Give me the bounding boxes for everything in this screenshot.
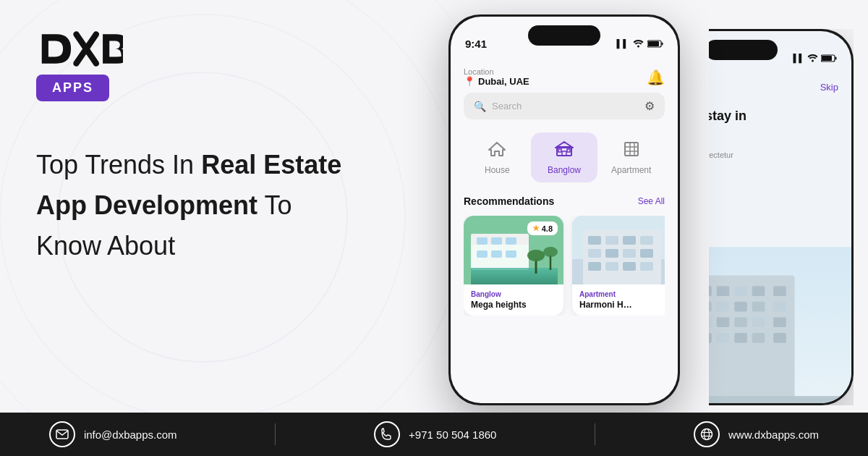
svg-rect-41 <box>558 149 561 152</box>
tab-apartment[interactable]: Apartment <box>597 132 665 182</box>
svg-rect-43 <box>625 143 638 156</box>
back-status-icons: ▌▌ <box>793 54 837 62</box>
card-type-1: Banglow <box>471 290 556 298</box>
svg-rect-30 <box>752 333 765 343</box>
property-card-2[interactable]: Apartment Harmoni H… <box>572 216 665 316</box>
svg-rect-42 <box>567 149 570 152</box>
card-name-2: Harmoni H… <box>579 300 665 310</box>
svg-rect-24 <box>734 317 747 327</box>
svg-rect-9 <box>822 56 832 61</box>
apartment-icon <box>622 140 641 161</box>
headline-line1: Top Trends In Real Estate <box>36 145 376 185</box>
svg-rect-75 <box>623 262 636 271</box>
headline-line3: Know About <box>36 226 376 266</box>
location-label: Location <box>464 67 529 76</box>
phone-icon-circle <box>374 421 400 447</box>
svg-rect-52 <box>491 237 502 245</box>
headline-line2: App Development To <box>36 185 376 226</box>
svg-rect-36 <box>648 41 659 46</box>
divider-1 <box>275 423 276 445</box>
svg-marker-37 <box>489 143 505 156</box>
card-info-2: Apartment Harmoni H… <box>572 284 665 316</box>
svg-rect-20 <box>752 302 765 312</box>
svg-rect-17 <box>699 302 712 312</box>
svg-rect-27 <box>699 333 712 343</box>
dxb-logo <box>36 29 123 69</box>
divider-2 <box>595 423 595 445</box>
svg-rect-65 <box>588 236 601 245</box>
logo-area: APPS <box>36 29 376 101</box>
phone-number: +971 50 504 1860 <box>409 428 496 441</box>
svg-rect-68 <box>640 236 653 245</box>
house-icon <box>488 140 506 161</box>
svg-rect-51 <box>477 237 488 245</box>
tab-banglow[interactable]: Banglow <box>531 132 598 182</box>
svg-point-61 <box>543 247 558 257</box>
svg-rect-76 <box>640 262 653 271</box>
back-dynamic-island <box>705 40 778 60</box>
filter-icon[interactable]: ⚙ <box>644 99 655 113</box>
svg-rect-53 <box>506 237 516 245</box>
card-info-1: Banglow Mega heights <box>464 284 563 316</box>
email-icon-circle <box>49 421 75 447</box>
svg-rect-67 <box>623 236 636 245</box>
banglow-icon <box>555 140 574 161</box>
contact-email: info@dxbapps.com <box>49 421 177 447</box>
svg-rect-21 <box>773 302 786 312</box>
property-card-1[interactable]: ★ 4.8 Banglow Mega heights <box>464 216 563 316</box>
location-value: 📍 Dubai, UAE <box>464 76 529 87</box>
rating-value-1: 4.8 <box>542 224 553 233</box>
left-section: APPS Top Trends In Real Estate App Devel… <box>0 0 412 413</box>
status-time: 9:41 <box>465 38 487 50</box>
svg-rect-14 <box>734 286 747 296</box>
bell-icon[interactable]: 🔔 <box>647 69 665 86</box>
rating-badge-1: ★ 4.8 <box>527 221 558 235</box>
property-cards: ★ 4.8 Banglow Mega heights <box>464 216 665 316</box>
apps-badge: APPS <box>36 75 109 101</box>
card-type-2: Apartment <box>579 290 665 298</box>
svg-rect-18 <box>717 302 730 312</box>
phones-area: ▌▌ Skip t place to stay ince 😊 olor sit … <box>376 0 868 413</box>
svg-rect-12 <box>699 286 712 296</box>
svg-rect-22 <box>699 317 712 327</box>
search-input[interactable]: Search <box>492 101 522 111</box>
svg-point-59 <box>527 250 545 261</box>
svg-rect-72 <box>640 249 653 258</box>
svg-rect-23 <box>717 317 730 327</box>
svg-rect-56 <box>506 250 516 258</box>
status-icons: ▌▌ <box>616 39 663 48</box>
svg-rect-66 <box>605 236 618 245</box>
svg-rect-28 <box>717 333 730 343</box>
location-city: Dubai, UAE <box>478 76 529 87</box>
svg-rect-73 <box>588 262 601 271</box>
svg-rect-16 <box>773 286 786 296</box>
tab-house-label: House <box>485 165 510 175</box>
svg-rect-35 <box>662 42 663 45</box>
search-icon: 🔍 <box>474 101 486 112</box>
category-tabs: House Banglow <box>464 132 665 182</box>
dynamic-island <box>528 25 600 46</box>
phone-front: 9:41 ▌▌ <box>448 14 680 405</box>
card-name-1: Mega heights <box>471 300 556 310</box>
see-all-button[interactable]: See All <box>638 196 665 206</box>
tab-house[interactable]: House <box>464 132 531 182</box>
recommendations-title: Recommendations <box>464 195 554 207</box>
headline: Top Trends In Real Estate App Developmen… <box>36 145 376 266</box>
svg-rect-54 <box>477 250 488 258</box>
svg-rect-70 <box>605 249 618 258</box>
property-image-2 <box>572 216 665 284</box>
contact-phone: +971 50 504 1860 <box>374 421 496 447</box>
email-address: info@dxbapps.com <box>84 428 177 441</box>
apartment-image <box>572 216 665 284</box>
star-icon: ★ <box>532 224 540 233</box>
svg-point-79 <box>705 429 710 440</box>
svg-rect-29 <box>734 333 747 343</box>
svg-point-33 <box>637 45 639 47</box>
recommendations-header: Recommendations See All <box>464 195 665 207</box>
search-bar[interactable]: 🔍 Search ⚙ <box>464 93 665 119</box>
bottom-bar: info@dxbapps.com +971 50 504 1860 www.dx… <box>0 413 868 456</box>
tab-apartment-label: Apartment <box>611 165 651 175</box>
phone-content: Location 📍 Dubai, UAE 🔔 🔍 Search <box>451 60 678 403</box>
svg-rect-8 <box>835 56 837 59</box>
svg-rect-25 <box>752 317 765 327</box>
